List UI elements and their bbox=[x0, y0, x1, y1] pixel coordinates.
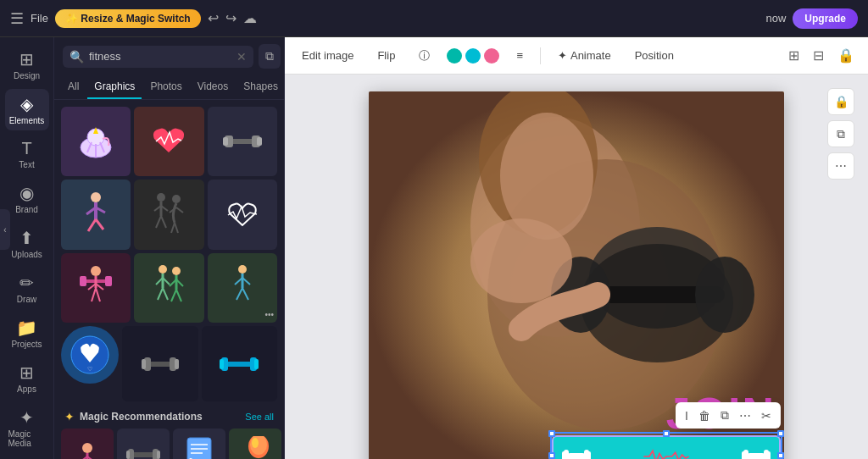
hamburger-icon[interactable]: ☰ bbox=[10, 9, 24, 28]
delete-icon: 🗑 bbox=[698, 409, 710, 423]
filter-icon: ⧉ bbox=[265, 49, 274, 63]
file-menu[interactable]: File bbox=[31, 12, 48, 25]
color-swatches bbox=[447, 48, 499, 64]
sparkle-icon: ✦ bbox=[558, 49, 567, 62]
resize-magic-switch-button[interactable]: ✨ Resize & Magic Switch bbox=[55, 9, 201, 28]
svg-line-36 bbox=[96, 288, 100, 301]
sidebar-item-design[interactable]: ⊞ Design bbox=[5, 44, 49, 86]
list-item[interactable] bbox=[208, 107, 277, 176]
heart-graphic bbox=[134, 107, 203, 176]
list-item[interactable]: ••• bbox=[208, 253, 277, 323]
sidebar-item-text[interactable]: T Text bbox=[5, 134, 49, 174]
design-canvas[interactable]: JOIN bbox=[369, 91, 784, 459]
see-all-link[interactable]: See all bbox=[245, 412, 274, 422]
list-item[interactable] bbox=[61, 180, 131, 249]
woman-run-graphic bbox=[61, 180, 131, 249]
tab-shapes[interactable]: Shapes bbox=[236, 75, 284, 99]
svg-point-43 bbox=[172, 267, 181, 275]
grid-view-button[interactable]: ⊞ bbox=[785, 44, 803, 67]
list-item[interactable] bbox=[229, 429, 281, 459]
grid-row-2 bbox=[61, 180, 277, 249]
recommendations-title: Magic Recommendations bbox=[80, 411, 203, 423]
flip-button[interactable]: Flip bbox=[370, 46, 402, 65]
svg-line-35 bbox=[92, 288, 96, 301]
menu-button[interactable]: ≡ bbox=[509, 46, 530, 65]
cut-element-button[interactable]: ✂ bbox=[757, 406, 776, 425]
fitness-graphic-element[interactable] bbox=[552, 435, 781, 459]
svg-rect-77 bbox=[157, 451, 160, 459]
color-swatch-3[interactable] bbox=[484, 48, 499, 64]
list-item[interactable] bbox=[134, 253, 203, 323]
list-item[interactable] bbox=[134, 180, 203, 249]
svg-rect-120 bbox=[742, 451, 745, 459]
toolbar-divider bbox=[540, 47, 541, 64]
svg-rect-66 bbox=[254, 359, 259, 369]
tab-graphics[interactable]: Graphics bbox=[87, 75, 142, 99]
undo-button[interactable]: ↩ bbox=[208, 10, 219, 26]
list-item[interactable] bbox=[208, 180, 277, 249]
list-item[interactable]: ♡ bbox=[61, 326, 119, 384]
magic-media-icon: ✦ bbox=[19, 407, 34, 428]
search-clear-icon[interactable]: ✕ bbox=[236, 50, 247, 64]
search-input[interactable] bbox=[89, 50, 231, 63]
filter-button[interactable]: ⧉ bbox=[259, 44, 281, 69]
text-cursor-button[interactable]: I bbox=[681, 406, 693, 425]
sidebar-item-label: Projects bbox=[11, 340, 42, 349]
svg-point-11 bbox=[91, 192, 101, 202]
list-item[interactable] bbox=[173, 429, 225, 459]
topbar-right: now Upgrade bbox=[765, 8, 858, 29]
canvas-copy-button[interactable]: ⧉ bbox=[827, 120, 854, 147]
copy-canvas-icon: ⧉ bbox=[837, 127, 845, 141]
svg-rect-10 bbox=[257, 137, 262, 146]
svg-point-37 bbox=[159, 265, 167, 274]
canvas-more-button[interactable]: ⋯ bbox=[827, 152, 854, 180]
tab-photos[interactable]: Photos bbox=[143, 75, 188, 99]
svg-point-108 bbox=[695, 257, 754, 333]
info-button[interactable]: ⓘ bbox=[412, 45, 437, 67]
svg-point-17 bbox=[157, 193, 165, 202]
list-item[interactable] bbox=[122, 326, 198, 402]
magic-recommendations-icon: ✦ bbox=[64, 410, 75, 423]
lock-button[interactable]: 🔒 bbox=[834, 44, 858, 67]
svg-rect-9 bbox=[223, 137, 228, 146]
sidebar-item-label: Elements bbox=[9, 116, 45, 125]
delete-element-button[interactable]: 🗑 bbox=[694, 406, 715, 425]
upgrade-button[interactable]: Upgrade bbox=[793, 8, 858, 29]
sidebar-item-draw[interactable]: ✏ Draw bbox=[5, 268, 49, 309]
align-button[interactable]: ⊟ bbox=[810, 44, 827, 67]
canvas-toolbar: Edit image Flip ⓘ ≡ ✦ Animate Posi bbox=[285, 37, 868, 75]
copy-element-button[interactable]: ⧉ bbox=[716, 406, 733, 425]
info-icon: ⓘ bbox=[419, 48, 430, 64]
sidebar-item-brand[interactable]: ◉ Brand bbox=[5, 178, 49, 219]
list-item[interactable] bbox=[61, 253, 131, 323]
edit-image-button[interactable]: Edit image bbox=[295, 46, 360, 65]
sidebar-item-uploads[interactable]: ⬆ Uploads bbox=[5, 223, 49, 264]
sidebar-item-label: Brand bbox=[15, 205, 38, 214]
canvas-lock-button[interactable]: 🔒 bbox=[827, 88, 854, 115]
sidebar-item-magic-media[interactable]: ✦ Magic Media bbox=[5, 402, 49, 453]
more-context-button[interactable]: ⋯ bbox=[735, 406, 755, 425]
save-status: now bbox=[765, 12, 786, 25]
grid-icon: ⊞ bbox=[788, 48, 799, 63]
list-item[interactable] bbox=[134, 107, 203, 176]
main-layout: ⊞ Design ◈ Elements T Text ◉ Brand ⬆ Upl… bbox=[0, 37, 868, 459]
svg-rect-76 bbox=[126, 451, 130, 459]
list-item[interactable] bbox=[61, 107, 131, 176]
list-item[interactable] bbox=[61, 429, 114, 459]
color-swatch-2[interactable] bbox=[465, 48, 481, 64]
list-item[interactable] bbox=[202, 326, 278, 402]
tab-videos[interactable]: Videos bbox=[191, 75, 235, 99]
svg-point-28 bbox=[91, 266, 101, 276]
svg-line-53 bbox=[236, 288, 242, 300]
lock-icon: 🔒 bbox=[837, 48, 854, 63]
redo-button[interactable]: ↪ bbox=[225, 10, 236, 26]
brand-icon: ◉ bbox=[19, 183, 34, 203]
sidebar-item-projects[interactable]: 📁 Projects bbox=[5, 312, 49, 354]
color-swatch-1[interactable] bbox=[447, 48, 462, 64]
sidebar-item-elements[interactable]: ◈ Elements bbox=[5, 89, 49, 130]
list-item[interactable] bbox=[117, 429, 170, 459]
animate-button[interactable]: ✦ Animate bbox=[551, 46, 618, 65]
sidebar-item-apps[interactable]: ⊞ Apps bbox=[5, 357, 49, 399]
position-button[interactable]: Position bbox=[628, 46, 681, 65]
tab-all[interactable]: All bbox=[61, 75, 86, 99]
